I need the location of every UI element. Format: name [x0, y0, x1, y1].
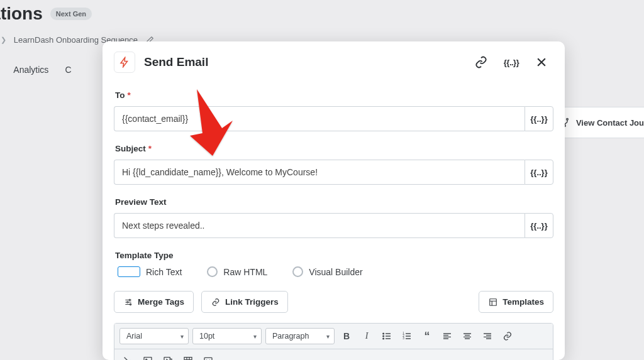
radio-icon	[207, 266, 218, 277]
link-icon	[211, 297, 220, 307]
image-icon[interactable]	[140, 352, 156, 360]
svg-text:3: 3	[402, 337, 404, 340]
numbered-list-icon[interactable]: 123	[399, 328, 415, 344]
svg-point-7	[383, 333, 384, 334]
modal-header: Send Email {{..}}	[103, 41, 565, 84]
lightning-icon	[114, 52, 135, 73]
unlink-icon[interactable]	[119, 352, 136, 360]
modal-title: Send Email	[144, 55, 208, 69]
subject-label: Subject*	[115, 144, 553, 153]
rich-text-editor: Arial 10pt Paragraph B I 123 “	[114, 323, 553, 360]
link-triggers-button[interactable]: Link Triggers	[201, 291, 288, 313]
bold-icon[interactable]: B	[338, 328, 355, 344]
next-gen-badge: Next Gen	[50, 8, 92, 20]
italic-icon[interactable]: I	[358, 328, 375, 344]
code-icon[interactable]	[200, 352, 216, 360]
to-label: To*	[115, 90, 553, 100]
tab-analytics[interactable]: Analytics	[13, 65, 48, 83]
svg-rect-6	[489, 298, 496, 305]
blockquote-icon[interactable]: “	[419, 328, 435, 344]
svg-point-4	[126, 301, 128, 302]
editor-toolbar: Arial 10pt Paragraph B I 123 “	[114, 324, 553, 349]
template-type-label: Template Type	[115, 251, 553, 260]
radio-raw-html[interactable]: Raw HTML	[207, 266, 267, 277]
to-merge-button[interactable]: {{..}}	[525, 106, 553, 131]
close-icon[interactable]	[533, 54, 550, 70]
preview-text-input[interactable]	[114, 213, 525, 238]
svg-point-3	[129, 299, 130, 300]
font-family-select[interactable]: Arial	[119, 328, 189, 344]
templates-button[interactable]: Templates	[479, 291, 553, 313]
radio-visual-builder[interactable]: Visual Builder	[292, 266, 362, 277]
align-left-icon[interactable]	[439, 328, 455, 344]
view-contact-journey-label: View Contact Jou	[576, 118, 644, 128]
subject-input[interactable]	[114, 160, 525, 185]
preview-merge-button[interactable]: {{..}}	[525, 213, 553, 238]
tab-c[interactable]: C	[65, 65, 71, 83]
media-icon[interactable]	[160, 352, 176, 360]
svg-rect-17	[204, 357, 212, 360]
radio-rich-text[interactable]: Rich Text	[118, 266, 182, 277]
preview-text-label: Preview Text	[115, 197, 553, 207]
align-right-icon[interactable]	[479, 328, 496, 344]
svg-rect-13	[144, 357, 152, 360]
svg-point-8	[383, 335, 384, 337]
svg-point-1	[567, 118, 569, 120]
editor-toolbar-row-2	[114, 349, 553, 360]
merge-tags-icon[interactable]: {{..}}	[503, 54, 519, 70]
block-format-select[interactable]: Paragraph	[265, 328, 335, 344]
font-size-select[interactable]: 10pt	[192, 328, 262, 344]
modal-body: To* {{..}} Subject* {{..}} Preview Text …	[103, 84, 565, 360]
send-email-modal: Send Email {{..}} To* {{..}} Subject* {{…	[103, 41, 565, 360]
svg-point-9	[383, 338, 384, 339]
table-icon[interactable]	[180, 352, 196, 360]
insert-link-icon[interactable]	[499, 328, 516, 344]
sliders-icon	[123, 297, 133, 307]
page-header: tomations Next Gen	[0, 0, 644, 30]
link-icon[interactable]	[473, 54, 489, 70]
template-type-radios: Rich Text Raw HTML Visual Builder	[118, 266, 553, 277]
radio-icon	[118, 266, 140, 277]
radio-icon	[292, 266, 303, 277]
align-center-icon[interactable]	[459, 328, 475, 344]
bullet-list-icon[interactable]	[379, 328, 395, 344]
page-title: tomations	[0, 4, 43, 24]
chevron-right-icon: ❯	[1, 36, 6, 44]
subject-merge-button[interactable]: {{..}}	[525, 160, 553, 185]
layout-icon	[488, 297, 497, 307]
to-input[interactable]	[114, 106, 525, 131]
merge-tags-button[interactable]: Merge Tags	[114, 291, 194, 313]
